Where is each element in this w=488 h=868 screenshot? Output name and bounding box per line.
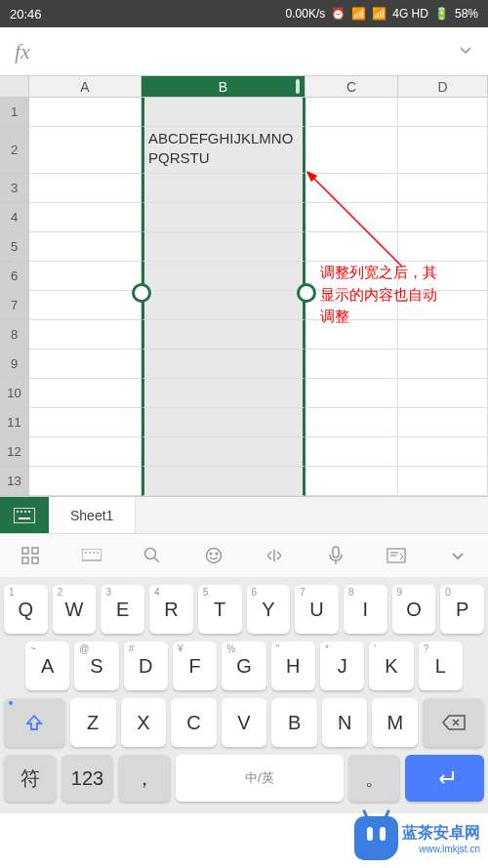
row-header[interactable]: 3 — [0, 174, 29, 203]
key-k[interactable]: 'K — [369, 641, 413, 690]
cell[interactable] — [305, 437, 398, 467]
cell[interactable] — [29, 320, 142, 350]
cell[interactable] — [305, 98, 398, 127]
cell[interactable] — [398, 232, 488, 262]
cell[interactable] — [305, 174, 398, 203]
cell[interactable] — [305, 127, 398, 174]
cell[interactable] — [305, 408, 398, 437]
cell[interactable] — [142, 291, 305, 320]
cell[interactable] — [305, 232, 398, 262]
selection-handle-right[interactable] — [297, 283, 316, 303]
cell[interactable] — [142, 437, 305, 467]
key-e[interactable]: 3E — [101, 585, 144, 634]
ime-apps-icon[interactable] — [19, 544, 42, 567]
shift-key[interactable] — [4, 698, 65, 747]
col-header-b[interactable]: B — [142, 76, 305, 98]
key-s[interactable]: @S — [74, 641, 118, 690]
key-w[interactable]: 2W — [53, 585, 97, 634]
key-c[interactable]: C — [171, 698, 217, 747]
enter-key[interactable] — [405, 755, 484, 802]
cell[interactable] — [398, 98, 488, 127]
cell[interactable] — [29, 262, 142, 291]
cell[interactable] — [29, 350, 142, 379]
keyboard-toggle-button[interactable] — [0, 497, 49, 533]
row-header[interactable]: 12 — [0, 437, 29, 467]
cell[interactable] — [398, 127, 488, 174]
key-h[interactable]: "H — [271, 641, 315, 690]
cell[interactable] — [398, 467, 488, 496]
cell[interactable] — [142, 174, 305, 203]
key-n[interactable]: N — [322, 698, 368, 747]
cell[interactable] — [398, 408, 488, 437]
key-r[interactable]: 4R — [149, 585, 193, 634]
cell[interactable] — [29, 379, 142, 408]
cell[interactable] — [142, 467, 305, 496]
key-f[interactable]: ¥F — [173, 641, 217, 690]
key-u[interactable]: 7U — [295, 585, 339, 634]
row-header[interactable]: 13 — [0, 467, 29, 496]
key-b[interactable]: B — [271, 698, 317, 747]
cell[interactable] — [305, 467, 398, 496]
formula-bar[interactable]: fx — [0, 27, 488, 76]
search-icon[interactable] — [141, 544, 164, 567]
key-o[interactable]: 9O — [392, 585, 436, 634]
emoji-icon[interactable] — [202, 544, 225, 567]
cell[interactable] — [29, 408, 142, 437]
key-a[interactable]: ~A — [25, 641, 69, 690]
cell[interactable] — [29, 98, 142, 127]
cell[interactable] — [142, 232, 305, 262]
cell[interactable] — [142, 350, 305, 379]
key-l[interactable]: ?L — [419, 641, 463, 690]
cell[interactable] — [29, 203, 142, 232]
cell[interactable] — [398, 174, 488, 203]
cell[interactable] — [142, 320, 305, 350]
col-header-d[interactable]: D — [398, 76, 488, 98]
cell[interactable] — [29, 232, 142, 262]
cell[interactable] — [305, 350, 398, 379]
cell[interactable] — [29, 467, 142, 496]
key-m[interactable]: M — [372, 698, 418, 747]
cell[interactable] — [29, 437, 142, 467]
selection-handle-left[interactable] — [132, 283, 151, 303]
cursor-icon[interactable] — [263, 544, 286, 567]
key-x[interactable]: X — [121, 698, 167, 747]
cell[interactable] — [398, 203, 488, 232]
cell[interactable] — [305, 203, 398, 232]
cell[interactable] — [398, 350, 488, 379]
chevron-down-icon[interactable] — [458, 42, 473, 62]
cell[interactable] — [398, 379, 488, 408]
key-v[interactable]: V — [222, 698, 267, 747]
cell[interactable] — [142, 98, 305, 127]
cell[interactable] — [142, 262, 305, 291]
key-y[interactable]: 6Y — [247, 585, 291, 634]
row-header[interactable]: 8 — [0, 320, 29, 350]
row-header[interactable]: 6 — [0, 262, 29, 291]
key-t[interactable]: 5T — [198, 585, 242, 634]
collapse-icon[interactable] — [446, 544, 469, 567]
clipboard-icon[interactable] — [385, 544, 408, 567]
col-header-a[interactable]: A — [29, 76, 142, 98]
spacebar-key[interactable]: 中/英 — [176, 755, 344, 802]
comma-key[interactable]: ， — [118, 755, 171, 802]
col-header-c[interactable]: C — [305, 76, 398, 98]
key-g[interactable]: %G — [222, 641, 265, 690]
row-header[interactable]: 11 — [0, 408, 29, 437]
symbol-key[interactable]: 符 — [4, 755, 57, 802]
row-header[interactable]: 5 — [0, 232, 29, 262]
key-i[interactable]: 8I — [344, 585, 387, 634]
key-q[interactable]: 1Q — [4, 585, 48, 634]
backspace-key[interactable] — [423, 698, 484, 747]
cell[interactable] — [142, 408, 305, 437]
row-header[interactable]: 1 — [0, 98, 29, 127]
row-header[interactable]: 9 — [0, 350, 29, 379]
row-header[interactable]: 7 — [0, 291, 29, 320]
row-header[interactable]: 4 — [0, 203, 29, 232]
cell[interactable] — [398, 437, 488, 467]
key-p[interactable]: 0P — [440, 585, 484, 634]
select-all-cell[interactable] — [0, 76, 29, 98]
key-d[interactable]: #D — [124, 641, 168, 690]
ime-keyboard-icon[interactable] — [80, 544, 103, 567]
cell[interactable]: ABCDEFGHIJKLMNOPQRSTU — [142, 127, 305, 174]
cell[interactable] — [305, 379, 398, 408]
number-key[interactable]: 123 — [61, 755, 114, 802]
